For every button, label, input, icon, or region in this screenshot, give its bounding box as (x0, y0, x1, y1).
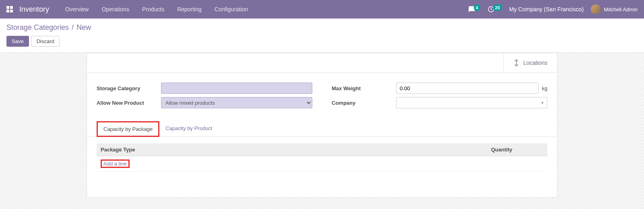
form-sheet: Locations Storage Category Allow New Pro… (87, 53, 557, 198)
navbar-right: 4 20 My Company (San Francisco) Mitchell… (468, 4, 638, 14)
discard-button[interactable]: Discard (31, 36, 60, 47)
nav-menu: Overview Operations Products Reporting C… (59, 6, 254, 12)
allow-new-product-select[interactable]: Allow mixed products (161, 97, 312, 108)
messages-badge: 4 (474, 4, 480, 11)
save-button[interactable]: Save (6, 36, 29, 47)
nav-item-overview[interactable]: Overview (59, 6, 95, 12)
messages-button[interactable]: 4 (468, 6, 480, 13)
company-switcher[interactable]: My Company (San Francisco) (509, 6, 584, 12)
allow-new-product-label: Allow New Product (97, 100, 161, 106)
top-navbar: Inventory Overview Operations Products R… (0, 0, 644, 19)
max-weight-input[interactable] (396, 83, 539, 94)
activities-button[interactable]: 20 (487, 6, 502, 13)
col-actions (531, 143, 547, 156)
nav-item-reporting[interactable]: Reporting (171, 6, 208, 12)
control-panel: Storage Categories / New Save Discard (0, 19, 644, 53)
apps-icon[interactable] (6, 6, 13, 12)
nav-item-products[interactable]: Products (136, 6, 171, 12)
statusbar: Locations (87, 53, 557, 73)
company-select[interactable] (396, 97, 547, 108)
nav-item-operations[interactable]: Operations (95, 6, 135, 12)
activities-badge: 20 (493, 4, 502, 11)
storage-category-label: Storage Category (97, 85, 161, 91)
updown-arrow-icon (514, 59, 519, 67)
avatar (591, 4, 601, 14)
nav-item-configuration[interactable]: Configuration (208, 6, 254, 12)
form-body: Storage Category Allow New Product Allow… (87, 73, 557, 115)
weight-unit: kg (542, 85, 547, 91)
user-menu[interactable]: Mitchell Admin (591, 4, 638, 14)
breadcrumb-sep: / (72, 23, 74, 31)
locations-label: Locations (523, 60, 547, 66)
control-buttons: Save Discard (6, 36, 638, 47)
company-label: Company (332, 100, 396, 106)
navbar-left: Inventory Overview Operations Products R… (6, 5, 254, 14)
tab-capacity-by-product[interactable]: Capacity by Product (159, 121, 218, 137)
tab-page-capacity-by-package: Package Type Quantity Add a line (87, 143, 557, 181)
notebook: Capacity by Package Capacity by Product … (87, 121, 557, 181)
tab-capacity-by-package[interactable]: Capacity by Package (97, 121, 159, 137)
user-name: Mitchell Admin (604, 6, 638, 12)
add-a-line[interactable]: Add a line (101, 159, 130, 168)
table-row: Add a line (97, 156, 547, 172)
notebook-tabs: Capacity by Package Capacity by Product (87, 121, 557, 137)
breadcrumb-parent[interactable]: Storage Categories (6, 23, 69, 31)
col-package-type[interactable]: Package Type (97, 143, 487, 156)
capacity-table: Package Type Quantity Add a line (97, 143, 547, 172)
col-quantity[interactable]: Quantity (487, 143, 531, 156)
content-area: Locations Storage Category Allow New Pro… (0, 53, 644, 209)
max-weight-label: Max Weight (332, 85, 396, 91)
app-name[interactable]: Inventory (19, 5, 49, 14)
breadcrumb-current: New (76, 23, 91, 31)
locations-stat-button[interactable]: Locations (504, 53, 557, 72)
breadcrumb: Storage Categories / New (6, 23, 638, 32)
storage-category-input[interactable] (161, 83, 312, 94)
